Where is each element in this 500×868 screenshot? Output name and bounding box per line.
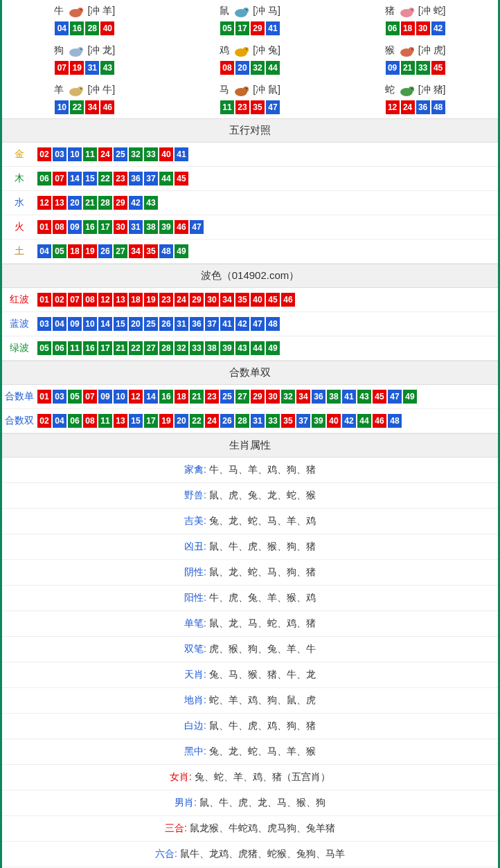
number-ball: 22 bbox=[190, 414, 204, 428]
svg-point-11 bbox=[81, 48, 82, 50]
zodiac-nums: 07193143 bbox=[2, 60, 168, 75]
zodiac-name: 鼠 bbox=[220, 5, 229, 17]
number-ball: 16 bbox=[159, 390, 173, 404]
wuxing-label: 火 bbox=[2, 221, 37, 233]
number-ball: 04 bbox=[37, 244, 51, 258]
prop-row: 吉美:兔、龙、蛇、马、羊、鸡 bbox=[2, 509, 498, 534]
number-ball: 26 bbox=[159, 317, 173, 331]
prop-label: 三合: bbox=[165, 822, 187, 833]
number-ball: 22 bbox=[129, 341, 143, 355]
number-ball: 24 bbox=[175, 293, 188, 307]
number-ball: 22 bbox=[98, 172, 112, 186]
prop-label: 男肖: bbox=[175, 797, 197, 808]
zodiac-head: 猪[冲 蛇] bbox=[332, 3, 498, 19]
zodiac-chong: [冲 猪] bbox=[418, 84, 446, 96]
zodiac-nums: 05172941 bbox=[168, 21, 333, 36]
number-ball: 09 bbox=[68, 220, 82, 234]
zodiac-cell: 狗[冲 龙]07193143 bbox=[2, 39, 168, 79]
number-ball: 30 bbox=[416, 21, 430, 35]
number-ball: 09 bbox=[98, 390, 112, 404]
prop-value: 鼠牛、龙鸡、虎猪、蛇猴、兔狗、马羊 bbox=[180, 848, 345, 859]
number-ball: 49 bbox=[403, 390, 417, 404]
number-ball: 42 bbox=[129, 196, 143, 210]
number-ball: 30 bbox=[114, 220, 127, 234]
number-ball: 38 bbox=[205, 341, 219, 355]
svg-point-5 bbox=[246, 9, 247, 10]
number-ball: 35 bbox=[251, 100, 265, 114]
number-ball: 33 bbox=[144, 147, 158, 161]
number-ball: 28 bbox=[98, 196, 112, 210]
number-ball: 41 bbox=[342, 390, 356, 404]
prop-label: 双笔: bbox=[184, 643, 206, 654]
bose-label: 蓝波 bbox=[2, 318, 37, 330]
number-ball: 08 bbox=[83, 414, 97, 428]
prop-row: 凶丑:鼠、牛、虎、猴、狗、猪 bbox=[2, 534, 498, 560]
prop-row: 天肖:兔、马、猴、猪、牛、龙 bbox=[2, 662, 498, 688]
wuxing-row: 金02031011242532334041 bbox=[2, 143, 498, 167]
number-ball: 20 bbox=[175, 414, 188, 428]
number-ball: 47 bbox=[251, 317, 265, 331]
number-ball: 21 bbox=[401, 61, 415, 75]
prop-value: 鼠、牛、虎、鸡、狗、猪 bbox=[209, 720, 316, 731]
zodiac-nums: 06183042 bbox=[332, 21, 498, 36]
zodiac-cell: 蛇[冲 猪]12243648 bbox=[332, 79, 498, 118]
number-ball: 16 bbox=[83, 341, 97, 355]
number-ball: 18 bbox=[68, 244, 82, 258]
prop-table: 家禽:牛、马、羊、鸡、狗、猪野兽:鼠、虎、兔、龙、蛇、猴吉美:兔、龙、蛇、马、羊… bbox=[2, 458, 498, 867]
number-ball: 48 bbox=[388, 414, 402, 428]
number-ball: 10 bbox=[68, 147, 82, 161]
number-ball: 11 bbox=[68, 341, 82, 355]
number-ball: 48 bbox=[431, 100, 445, 114]
number-ball: 39 bbox=[312, 414, 325, 428]
number-ball: 37 bbox=[205, 317, 219, 331]
number-ball: 33 bbox=[416, 61, 430, 75]
zodiac-name: 猴 bbox=[385, 44, 395, 57]
heshu-label: 合数双 bbox=[2, 415, 37, 427]
zodiac-head: 马[冲 鼠] bbox=[168, 82, 333, 98]
number-ball: 04 bbox=[55, 21, 69, 35]
number-ball: 40 bbox=[159, 147, 173, 161]
svg-point-19 bbox=[78, 87, 83, 92]
wuxing-row: 水1213202128294243 bbox=[2, 191, 498, 215]
prop-row: 三合:鼠龙猴、牛蛇鸡、虎马狗、兔羊猪 bbox=[2, 816, 498, 842]
zodiac-icon bbox=[65, 43, 86, 58]
number-ball: 45 bbox=[373, 390, 386, 404]
number-ball: 31 bbox=[85, 61, 99, 75]
svg-point-16 bbox=[409, 47, 414, 53]
svg-point-20 bbox=[81, 88, 82, 89]
number-ball: 15 bbox=[129, 414, 143, 428]
number-ball: 12 bbox=[129, 390, 143, 404]
prop-label: 家禽: bbox=[184, 464, 206, 475]
svg-point-1 bbox=[78, 8, 83, 13]
number-ball: 25 bbox=[114, 147, 127, 161]
number-ball: 43 bbox=[100, 61, 114, 75]
wuxing-row: 木06071415222336374445 bbox=[2, 167, 498, 191]
number-ball: 26 bbox=[98, 244, 112, 258]
prop-row: 阴性:鼠、龙、蛇、马、狗、猪 bbox=[2, 560, 498, 586]
zodiac-cell: 鸡[冲 兔]08203244 bbox=[168, 39, 333, 79]
zodiac-nums: 10223446 bbox=[2, 100, 168, 115]
number-ball: 18 bbox=[129, 293, 143, 307]
number-ball: 24 bbox=[205, 414, 219, 428]
number-ball: 05 bbox=[68, 390, 82, 404]
prop-label: 野兽: bbox=[184, 489, 206, 500]
number-ball: 46 bbox=[100, 100, 114, 114]
number-ball: 03 bbox=[37, 317, 51, 331]
number-ball: 08 bbox=[220, 61, 234, 75]
number-ball: 48 bbox=[266, 317, 280, 331]
number-ball: 24 bbox=[401, 100, 415, 114]
number-ball: 34 bbox=[220, 293, 234, 307]
number-ball: 03 bbox=[53, 390, 66, 404]
number-ball: 20 bbox=[129, 317, 143, 331]
number-ball: 41 bbox=[175, 147, 188, 161]
number-ball: 36 bbox=[312, 390, 325, 404]
zodiac-chong: [冲 兔] bbox=[253, 44, 280, 57]
number-ball: 23 bbox=[114, 172, 127, 186]
number-ball: 41 bbox=[220, 317, 234, 331]
number-ball: 08 bbox=[83, 293, 97, 307]
zodiac-cell: 猴[冲 虎]09213345 bbox=[332, 39, 498, 79]
zodiac-chong: [冲 马] bbox=[253, 5, 280, 17]
number-ball: 12 bbox=[386, 100, 400, 114]
prop-value: 兔、蛇、羊、鸡、猪（五宫肖） bbox=[195, 771, 330, 782]
number-ball: 19 bbox=[70, 61, 84, 75]
